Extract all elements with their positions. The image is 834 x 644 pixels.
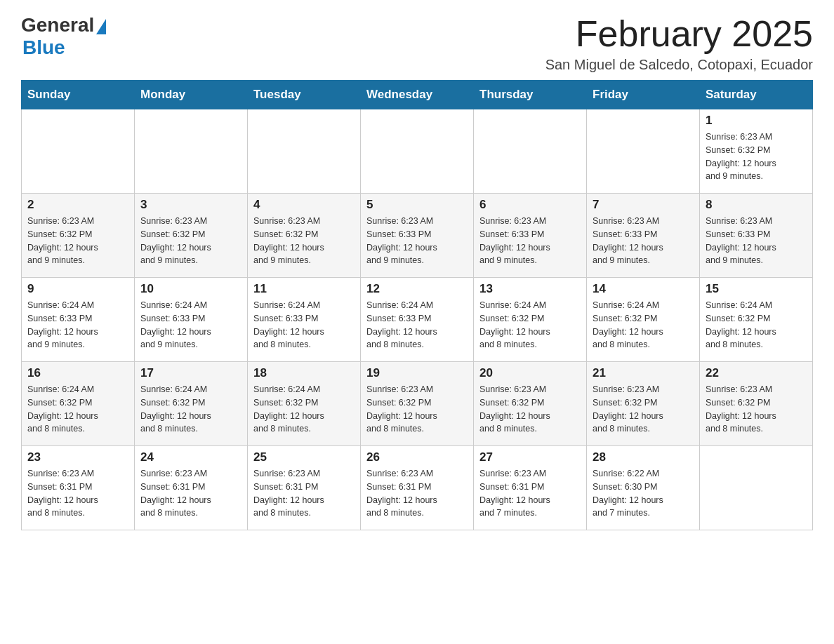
day-number: 19 bbox=[366, 366, 468, 380]
header-cell-thursday: Thursday bbox=[474, 81, 587, 109]
calendar-cell: 10Sunrise: 6:24 AM Sunset: 6:33 PM Dayli… bbox=[135, 278, 248, 362]
calendar-cell bbox=[22, 109, 135, 194]
page-header: General Blue February 2025 San Miguel de… bbox=[21, 14, 813, 73]
calendar-subtitle: San Miguel de Salcedo, Cotopaxi, Ecuador bbox=[545, 57, 813, 73]
calendar-cell: 5Sunrise: 6:23 AM Sunset: 6:33 PM Daylig… bbox=[361, 194, 474, 278]
calendar-cell: 17Sunrise: 6:24 AM Sunset: 6:32 PM Dayli… bbox=[135, 362, 248, 446]
day-number: 23 bbox=[27, 450, 128, 464]
day-number: 22 bbox=[706, 366, 807, 380]
day-number: 10 bbox=[140, 282, 241, 296]
calendar-cell: 28Sunrise: 6:22 AM Sunset: 6:30 PM Dayli… bbox=[587, 446, 700, 530]
calendar-cell: 22Sunrise: 6:23 AM Sunset: 6:32 PM Dayli… bbox=[700, 362, 813, 446]
day-info: Sunrise: 6:24 AM Sunset: 6:32 PM Dayligh… bbox=[706, 299, 807, 351]
day-info: Sunrise: 6:24 AM Sunset: 6:33 PM Dayligh… bbox=[140, 299, 241, 351]
day-number: 7 bbox=[593, 198, 694, 212]
header-cell-friday: Friday bbox=[587, 81, 700, 109]
day-number: 21 bbox=[593, 366, 694, 380]
week-row-3: 9Sunrise: 6:24 AM Sunset: 6:33 PM Daylig… bbox=[22, 278, 813, 362]
calendar-cell: 8Sunrise: 6:23 AM Sunset: 6:33 PM Daylig… bbox=[700, 194, 813, 278]
day-number: 25 bbox=[253, 450, 355, 464]
day-info: Sunrise: 6:23 AM Sunset: 6:33 PM Dayligh… bbox=[706, 215, 807, 267]
day-number: 18 bbox=[253, 366, 355, 380]
day-info: Sunrise: 6:24 AM Sunset: 6:32 PM Dayligh… bbox=[479, 299, 581, 351]
day-info: Sunrise: 6:23 AM Sunset: 6:31 PM Dayligh… bbox=[253, 467, 355, 520]
day-number: 17 bbox=[140, 366, 241, 380]
day-number: 12 bbox=[366, 282, 468, 296]
calendar-cell: 9Sunrise: 6:24 AM Sunset: 6:33 PM Daylig… bbox=[22, 278, 135, 362]
day-info: Sunrise: 6:24 AM Sunset: 6:33 PM Dayligh… bbox=[27, 299, 128, 351]
day-info: Sunrise: 6:23 AM Sunset: 6:31 PM Dayligh… bbox=[479, 467, 581, 520]
calendar-cell bbox=[700, 446, 813, 530]
calendar-cell: 15Sunrise: 6:24 AM Sunset: 6:32 PM Dayli… bbox=[700, 278, 813, 362]
logo-blue-text: Blue bbox=[22, 36, 65, 59]
day-number: 3 bbox=[140, 198, 241, 212]
calendar-cell bbox=[361, 109, 474, 194]
calendar-cell bbox=[474, 109, 587, 194]
day-info: Sunrise: 6:23 AM Sunset: 6:33 PM Dayligh… bbox=[366, 215, 468, 267]
day-info: Sunrise: 6:24 AM Sunset: 6:33 PM Dayligh… bbox=[253, 299, 355, 351]
calendar-cell: 1Sunrise: 6:23 AM Sunset: 6:32 PM Daylig… bbox=[700, 109, 813, 194]
day-info: Sunrise: 6:23 AM Sunset: 6:31 PM Dayligh… bbox=[27, 467, 128, 520]
day-info: Sunrise: 6:23 AM Sunset: 6:33 PM Dayligh… bbox=[479, 215, 581, 267]
header-cell-wednesday: Wednesday bbox=[361, 81, 474, 109]
calendar-cell: 2Sunrise: 6:23 AM Sunset: 6:32 PM Daylig… bbox=[22, 194, 135, 278]
day-info: Sunrise: 6:22 AM Sunset: 6:30 PM Dayligh… bbox=[593, 467, 694, 520]
calendar-cell: 21Sunrise: 6:23 AM Sunset: 6:32 PM Dayli… bbox=[587, 362, 700, 446]
day-number: 14 bbox=[593, 282, 694, 296]
title-area: February 2025 San Miguel de Salcedo, Cot… bbox=[545, 14, 813, 73]
calendar-cell: 25Sunrise: 6:23 AM Sunset: 6:31 PM Dayli… bbox=[248, 446, 361, 530]
day-number: 20 bbox=[479, 366, 581, 380]
calendar-cell: 19Sunrise: 6:23 AM Sunset: 6:32 PM Dayli… bbox=[361, 362, 474, 446]
day-info: Sunrise: 6:24 AM Sunset: 6:32 PM Dayligh… bbox=[253, 383, 355, 436]
day-info: Sunrise: 6:23 AM Sunset: 6:31 PM Dayligh… bbox=[140, 467, 241, 520]
calendar-cell: 27Sunrise: 6:23 AM Sunset: 6:31 PM Dayli… bbox=[474, 446, 587, 530]
day-number: 13 bbox=[479, 282, 581, 296]
day-number: 16 bbox=[27, 366, 128, 380]
day-info: Sunrise: 6:23 AM Sunset: 6:32 PM Dayligh… bbox=[140, 215, 241, 267]
header-cell-tuesday: Tuesday bbox=[248, 81, 361, 109]
day-number: 5 bbox=[366, 198, 468, 212]
day-number: 26 bbox=[366, 450, 468, 464]
day-number: 9 bbox=[27, 282, 128, 296]
calendar-cell: 24Sunrise: 6:23 AM Sunset: 6:31 PM Dayli… bbox=[135, 446, 248, 530]
logo-triangle-icon bbox=[96, 19, 106, 34]
header-cell-saturday: Saturday bbox=[700, 81, 813, 109]
week-row-2: 2Sunrise: 6:23 AM Sunset: 6:32 PM Daylig… bbox=[22, 194, 813, 278]
day-number: 11 bbox=[253, 282, 355, 296]
header-cell-sunday: Sunday bbox=[22, 81, 135, 109]
week-row-5: 23Sunrise: 6:23 AM Sunset: 6:31 PM Dayli… bbox=[22, 446, 813, 530]
header-cell-monday: Monday bbox=[135, 81, 248, 109]
day-number: 4 bbox=[253, 198, 355, 212]
calendar-cell: 11Sunrise: 6:24 AM Sunset: 6:33 PM Dayli… bbox=[248, 278, 361, 362]
day-number: 27 bbox=[479, 450, 581, 464]
day-number: 28 bbox=[593, 450, 694, 464]
logo-general-text: General bbox=[21, 14, 94, 36]
day-info: Sunrise: 6:24 AM Sunset: 6:33 PM Dayligh… bbox=[366, 299, 468, 351]
calendar-cell: 12Sunrise: 6:24 AM Sunset: 6:33 PM Dayli… bbox=[361, 278, 474, 362]
day-info: Sunrise: 6:23 AM Sunset: 6:31 PM Dayligh… bbox=[366, 467, 468, 520]
calendar-cell bbox=[135, 109, 248, 194]
calendar-cell: 20Sunrise: 6:23 AM Sunset: 6:32 PM Dayli… bbox=[474, 362, 587, 446]
day-number: 15 bbox=[706, 282, 807, 296]
day-number: 24 bbox=[140, 450, 241, 464]
day-info: Sunrise: 6:23 AM Sunset: 6:32 PM Dayligh… bbox=[706, 130, 807, 183]
calendar-title: February 2025 bbox=[545, 14, 813, 54]
calendar-cell: 3Sunrise: 6:23 AM Sunset: 6:32 PM Daylig… bbox=[135, 194, 248, 278]
calendar-cell: 13Sunrise: 6:24 AM Sunset: 6:32 PM Dayli… bbox=[474, 278, 587, 362]
calendar-cell: 7Sunrise: 6:23 AM Sunset: 6:33 PM Daylig… bbox=[587, 194, 700, 278]
day-info: Sunrise: 6:24 AM Sunset: 6:32 PM Dayligh… bbox=[27, 383, 128, 436]
calendar-table: SundayMondayTuesdayWednesdayThursdayFrid… bbox=[21, 80, 813, 530]
logo: General Blue bbox=[21, 14, 106, 59]
calendar-cell bbox=[248, 109, 361, 194]
calendar-cell: 16Sunrise: 6:24 AM Sunset: 6:32 PM Dayli… bbox=[22, 362, 135, 446]
calendar-cell: 4Sunrise: 6:23 AM Sunset: 6:32 PM Daylig… bbox=[248, 194, 361, 278]
calendar-cell: 14Sunrise: 6:24 AM Sunset: 6:32 PM Dayli… bbox=[587, 278, 700, 362]
day-info: Sunrise: 6:23 AM Sunset: 6:32 PM Dayligh… bbox=[593, 383, 694, 436]
day-info: Sunrise: 6:23 AM Sunset: 6:32 PM Dayligh… bbox=[706, 383, 807, 436]
calendar-cell: 26Sunrise: 6:23 AM Sunset: 6:31 PM Dayli… bbox=[361, 446, 474, 530]
day-info: Sunrise: 6:23 AM Sunset: 6:33 PM Dayligh… bbox=[593, 215, 694, 267]
day-number: 6 bbox=[479, 198, 581, 212]
header-row: SundayMondayTuesdayWednesdayThursdayFrid… bbox=[22, 81, 813, 109]
day-info: Sunrise: 6:23 AM Sunset: 6:32 PM Dayligh… bbox=[479, 383, 581, 436]
day-info: Sunrise: 6:24 AM Sunset: 6:32 PM Dayligh… bbox=[593, 299, 694, 351]
